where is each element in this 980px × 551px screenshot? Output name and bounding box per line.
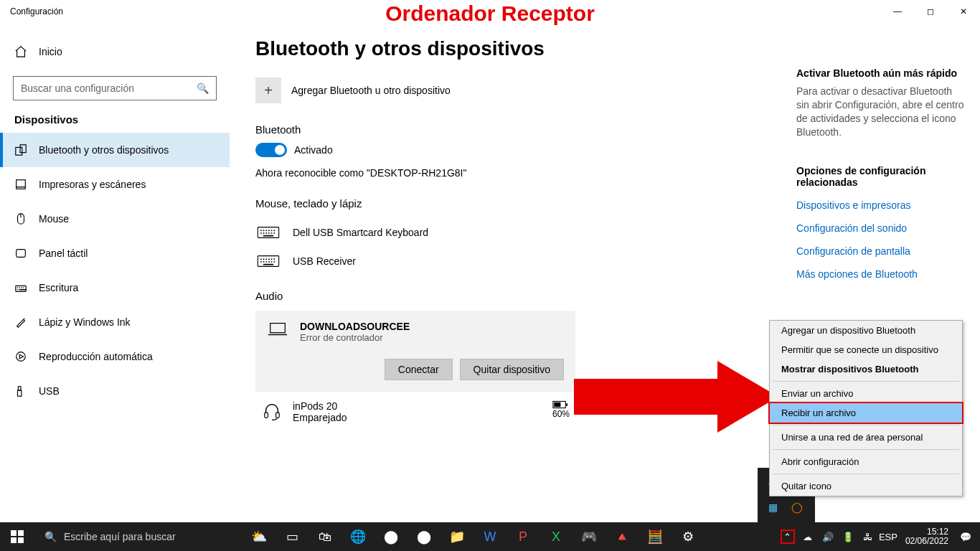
minimize-button[interactable]: ― bbox=[881, 0, 914, 23]
volume-icon[interactable]: 🔊 bbox=[821, 529, 835, 544]
connect-button[interactable]: Conectar bbox=[385, 359, 453, 380]
app-explorer[interactable]: 📁 bbox=[440, 522, 473, 551]
taskbar-clock[interactable]: 15:12 02/06/2022 bbox=[901, 527, 953, 546]
nav-item-7[interactable]: USB bbox=[0, 374, 230, 408]
nav-icon bbox=[14, 178, 27, 191]
svg-rect-10 bbox=[18, 387, 21, 390]
home-label: Inicio bbox=[39, 46, 62, 57]
link-sound-config[interactable]: Configuración del sonido bbox=[796, 222, 966, 234]
onedrive-icon[interactable]: ☁ bbox=[801, 529, 815, 544]
taskbar-search[interactable]: 🔍 Escribe aquí para buscar bbox=[34, 522, 242, 551]
device-keyboard[interactable]: Dell USB Smartcard Keyboard bbox=[255, 218, 763, 247]
menu-separator bbox=[773, 449, 959, 450]
audio-header: Audio bbox=[255, 290, 763, 302]
home-button[interactable]: Inicio bbox=[0, 37, 230, 66]
context-menu-item[interactable]: Recibir un archivo bbox=[768, 402, 963, 424]
nav-label: USB bbox=[39, 385, 60, 397]
nav-icon bbox=[14, 212, 27, 225]
battery-icon[interactable]: 🔋 bbox=[841, 529, 855, 544]
context-menu-item[interactable]: Quitar icono bbox=[770, 476, 962, 496]
bluetooth-toggle[interactable] bbox=[255, 143, 287, 157]
context-menu-item[interactable]: Unirse a una red de área personal bbox=[770, 428, 962, 447]
menu-separator bbox=[773, 381, 959, 382]
remove-device-button[interactable]: Quitar dispositivo bbox=[460, 359, 564, 380]
tray-chevron-icon[interactable]: ⌃ bbox=[781, 529, 795, 544]
svg-rect-3 bbox=[17, 187, 26, 189]
svg-rect-7 bbox=[16, 286, 26, 291]
tray-icon[interactable]: ▦ bbox=[762, 496, 783, 518]
app-store[interactable]: 🛍 bbox=[308, 522, 341, 551]
headset-icon bbox=[263, 402, 281, 421]
nav-label: Lápiz y Windows Ink bbox=[39, 316, 131, 328]
audio-device-name: DOWNLOADSOURCEE bbox=[300, 321, 410, 332]
svg-marker-9 bbox=[19, 354, 23, 358]
nav-item-5[interactable]: Lápiz y Windows Ink bbox=[0, 305, 230, 339]
link-devices-printers[interactable]: Dispositivos e impresoras bbox=[796, 199, 966, 211]
nav-item-3[interactable]: Panel táctil bbox=[0, 236, 230, 270]
search-icon: 🔍 bbox=[44, 531, 57, 542]
audio-device-status: Error de controlador bbox=[300, 332, 410, 343]
link-more-bluetooth[interactable]: Más opciones de Bluetooth bbox=[796, 268, 966, 280]
start-button[interactable] bbox=[0, 522, 34, 551]
nav-label: Bluetooth y otros dispositivos bbox=[39, 144, 169, 156]
sidebar: Inicio Buscar una configuración 🔍 Dispos… bbox=[0, 23, 230, 522]
nav-label: Panel táctil bbox=[39, 248, 88, 259]
add-device-row[interactable]: + Agregar Bluetooth u otro dispositivo bbox=[255, 77, 763, 103]
taskbar-search-placeholder: Escribe aquí para buscar bbox=[64, 531, 176, 542]
app-edge[interactable]: 🌐 bbox=[341, 522, 374, 551]
home-icon bbox=[14, 45, 27, 58]
language-indicator[interactable]: ESP bbox=[881, 529, 895, 544]
battery-percent: 60% bbox=[552, 409, 570, 419]
device-label: inPods 20 bbox=[293, 400, 347, 412]
nav-item-6[interactable]: Reproducción automática bbox=[0, 339, 230, 374]
app-powerpoint[interactable]: P bbox=[507, 522, 540, 551]
app-weather[interactable]: ⛅ bbox=[242, 522, 275, 551]
nav-item-4[interactable]: Escritura bbox=[0, 270, 230, 305]
notifications-icon[interactable]: 💬 bbox=[958, 529, 973, 544]
mouse-keyboard-header: Mouse, teclado y lápiz bbox=[255, 197, 763, 209]
app-excel[interactable]: X bbox=[540, 522, 573, 551]
category-header: Dispositivos bbox=[0, 113, 230, 133]
app-chrome[interactable]: ⬤ bbox=[374, 522, 407, 551]
nav-label: Impresoras y escáneres bbox=[39, 179, 146, 190]
context-menu-item[interactable]: Permitir que se conecte un dispositivo bbox=[770, 340, 962, 359]
context-menu-item[interactable]: Mostrar dispositivos Bluetooth bbox=[770, 359, 962, 379]
main-content: Bluetooth y otros dispositivos + Agregar… bbox=[230, 23, 789, 522]
taskbar: 🔍 Escribe aquí para buscar ⛅ ▭ 🛍 🌐 ⬤ ⬤ 📁… bbox=[0, 522, 980, 551]
nav-icon bbox=[14, 143, 27, 156]
app-chrome-canary[interactable]: ⬤ bbox=[407, 522, 440, 551]
app-misc1[interactable]: 🎮 bbox=[573, 522, 606, 551]
svg-rect-1 bbox=[20, 145, 26, 153]
audio-device-inpods[interactable]: inPods 20 Emparejado 60% bbox=[255, 392, 575, 423]
window-title: Configuración bbox=[0, 6, 63, 17]
app-misc2[interactable]: 🔺 bbox=[606, 522, 639, 551]
app-word[interactable]: W bbox=[473, 522, 507, 551]
context-menu-item[interactable]: Enviar un archivo bbox=[770, 384, 962, 403]
app-settings[interactable]: ⚙ bbox=[672, 522, 705, 551]
titlebar: Configuración ― ◻ ✕ bbox=[0, 0, 980, 23]
svg-rect-15 bbox=[270, 324, 286, 333]
tray-icon[interactable]: ◯ bbox=[786, 496, 808, 518]
settings-search[interactable]: Buscar una configuración 🔍 bbox=[13, 76, 217, 100]
close-button[interactable]: ✕ bbox=[947, 0, 980, 23]
device-usb-receiver[interactable]: USB Receiver bbox=[255, 247, 763, 276]
svg-rect-6 bbox=[17, 250, 26, 258]
audio-device-card[interactable]: DOWNLOADSOURCEE Error de controlador Con… bbox=[255, 311, 575, 392]
nav-item-0[interactable]: Bluetooth y otros dispositivos bbox=[0, 133, 230, 167]
discoverable-text: Ahora reconocible como "DESKTOP-RH21G8I" bbox=[255, 167, 763, 179]
plus-icon: + bbox=[255, 77, 281, 103]
app-calculator[interactable]: 🧮 bbox=[639, 522, 672, 551]
bluetooth-label: Bluetooth bbox=[255, 123, 763, 136]
network-icon[interactable]: 🖧 bbox=[861, 529, 875, 544]
context-menu-item[interactable]: Abrir configuración bbox=[770, 452, 962, 471]
nav-icon bbox=[14, 316, 27, 329]
bluetooth-state: Activado bbox=[294, 144, 333, 156]
context-menu-item[interactable]: Agregar un dispositivo Bluetooth bbox=[770, 321, 962, 340]
nav-item-2[interactable]: Mouse bbox=[0, 202, 230, 236]
nav-item-1[interactable]: Impresoras y escáneres bbox=[0, 167, 230, 202]
link-display-config[interactable]: Configuración de pantalla bbox=[796, 245, 966, 257]
app-taskview[interactable]: ▭ bbox=[275, 522, 308, 551]
nav-icon bbox=[14, 385, 27, 397]
maximize-button[interactable]: ◻ bbox=[914, 0, 947, 23]
nav-label: Mouse bbox=[39, 213, 69, 225]
